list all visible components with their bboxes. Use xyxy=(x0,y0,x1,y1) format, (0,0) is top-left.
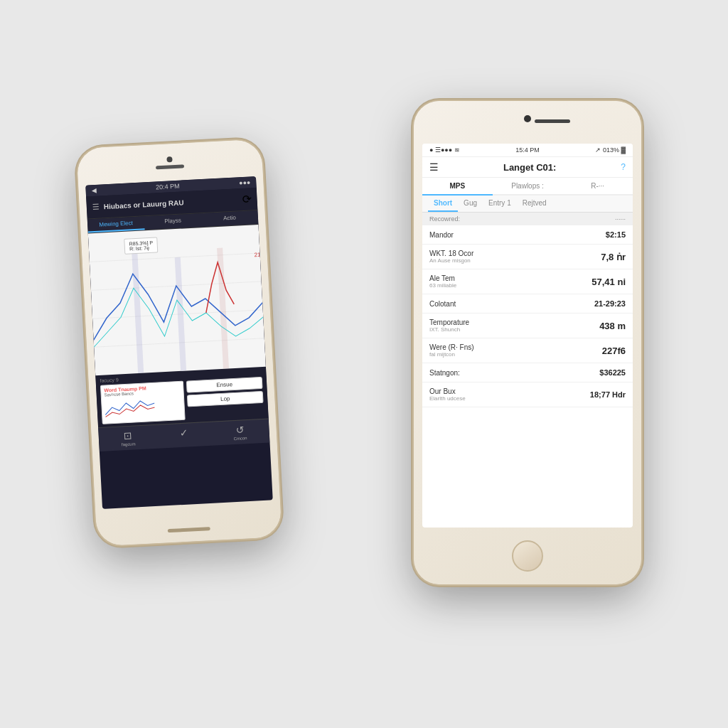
row-statngon: Statngon: $36225 xyxy=(422,363,633,382)
left-time: 20:4 PM xyxy=(156,183,180,191)
left-camera xyxy=(166,156,172,162)
right-status-right: ↗ 013% ▓ xyxy=(595,146,626,154)
left-buttons: Ensue Lop xyxy=(186,377,264,420)
row-were: Were (R· Fns) fal mijtcon 227f6 xyxy=(422,338,633,363)
left-speaker xyxy=(156,164,184,169)
right-camera xyxy=(524,115,531,122)
row-were-value: 227f6 xyxy=(602,346,626,356)
row-temperature: Temporature IXT. Shunch 438 m xyxy=(422,314,633,338)
scene: ◀ 20:4 PM ●●● ☰ Hiubacs or Lauurg RAU ⟳ … xyxy=(44,44,684,684)
row-temperature-label: Temporature xyxy=(429,318,599,326)
row-colotant-value: 21-29:23 xyxy=(594,299,626,308)
row-ourbux-label: Our Bux xyxy=(429,387,590,395)
left-refresh-icon[interactable]: ⟳ xyxy=(242,192,252,206)
chart-area: R85.3%] P R: Ist: 7ę xyxy=(88,225,266,375)
left-bottom-inner: Word Tnaump PM Sav'rcse Bancs Ensue Lop xyxy=(100,377,264,424)
tab-short[interactable]: Short xyxy=(428,196,458,212)
right-tabs-sub: Short Gug Entry 1 Rejtved xyxy=(422,196,633,213)
row-ourbux: Our Bux Elarlth udcese 18;77 Hdr xyxy=(422,382,633,407)
left-phone: ◀ 20:4 PM ●●● ☰ Hiubacs or Lauurg RAU ⟳ … xyxy=(77,139,282,547)
right-header-title: Langet C01: xyxy=(439,162,621,173)
nav-check-icon: ✓ xyxy=(180,427,189,439)
tab-plawlops[interactable]: Plawlops : xyxy=(493,178,563,194)
right-header: ☰ Langet C01: ? xyxy=(422,157,633,178)
row-wkt-sublabel: An Ause misgon xyxy=(429,257,601,264)
nav-fagcum-label: fagcum xyxy=(122,441,136,446)
row-ourbux-sublabel: Elarlth udcese xyxy=(429,395,590,402)
data-section-header: Recowred: ······ xyxy=(422,213,633,225)
row-mandor-value: $2:15 xyxy=(606,230,626,239)
svg-text:214: 214 xyxy=(254,252,264,259)
row-mandor: Mandor $2:15 xyxy=(422,225,633,245)
left-menu-icon[interactable]: ☰ xyxy=(92,203,100,213)
svg-rect-5 xyxy=(175,257,186,371)
row-temperature-sublabel: IXT. Shunch xyxy=(429,326,599,333)
left-signal: ●●● xyxy=(239,178,251,186)
right-statusbar: ● ☰●●● ≋ 15:4 PM ↗ 013% ▓ xyxy=(422,144,633,157)
nav-cmcon-icon: ↺ xyxy=(235,424,245,436)
row-ourbux-value: 18;77 Hdr xyxy=(590,390,626,399)
tab-r-dots[interactable]: R-··· xyxy=(562,178,633,194)
section-header-dots: ······ xyxy=(615,215,626,223)
row-ale-value: 57,41 ni xyxy=(592,277,626,287)
nav-fagcum[interactable]: ⊡ fagcum xyxy=(121,429,136,446)
section-header-label: Recowred: xyxy=(429,215,460,223)
data-rows: Mandor $2:15 WKT. 18 Ocor An Ause misgon… xyxy=(422,225,633,407)
nav-cmcon-label: Cmcon xyxy=(233,436,247,441)
tab-mps[interactable]: MPS xyxy=(422,178,493,196)
right-status-time: 15:4 PM xyxy=(515,146,540,154)
row-statngon-label: Statngon: xyxy=(429,369,599,377)
right-status-left: ● ☰●●● ≋ xyxy=(429,146,460,154)
nav-cmcon[interactable]: ↺ Cmcon xyxy=(233,424,247,441)
right-help-icon[interactable]: ? xyxy=(621,162,626,172)
chart-tooltip: R85.3%] P R: Ist: 7ę xyxy=(124,237,159,254)
left-screen: ◀ 20:4 PM ●●● ☰ Hiubacs or Lauurg RAU ⟳ … xyxy=(85,176,273,509)
left-header-title: Hiubacs or Lauurg RAU xyxy=(104,196,238,210)
tab-entry1[interactable]: Entry 1 xyxy=(483,196,517,212)
right-tabs-main: MPS Plawlops : R-··· xyxy=(422,178,633,196)
row-wkt: WKT. 18 Ocor An Ause misgon 7,8 ṅr xyxy=(422,245,633,269)
left-bottom: facucy 9 Word Tnaump PM Sav'rcse Bancs E… xyxy=(95,367,268,427)
row-colotant: Colotant 21-29:23 xyxy=(422,294,633,314)
row-wkt-value: 7,8 ṅr xyxy=(601,252,626,262)
right-speaker xyxy=(535,119,570,123)
left-mini-chart xyxy=(105,395,155,419)
row-colotant-label: Colotant xyxy=(429,300,594,308)
tab-rejtved[interactable]: Rejtved xyxy=(517,196,552,212)
row-mandor-label: Mandor xyxy=(429,231,606,239)
row-ale: Ale Tem 63 miliable 57,41 ni xyxy=(422,269,633,294)
right-home-button[interactable] xyxy=(512,540,543,572)
row-were-label: Were (R· Fns) xyxy=(429,343,602,351)
nav-fagcum-icon: ⊡ xyxy=(124,430,133,442)
left-home-indicator xyxy=(168,527,210,532)
row-ale-label: Ale Tem xyxy=(429,274,592,282)
row-statngon-value: $36225 xyxy=(599,368,626,377)
svg-rect-4 xyxy=(132,245,144,373)
row-wkt-label: WKT. 18 Ocor xyxy=(429,250,601,257)
ensue-button[interactable]: Ensue xyxy=(186,377,263,393)
right-screen: ● ☰●●● ≋ 15:4 PM ↗ 013% ▓ ☰ Langet C01: … xyxy=(422,144,633,528)
chart-svg: 214 xyxy=(88,225,266,375)
right-menu-icon[interactable]: ☰ xyxy=(429,161,439,173)
lop-button[interactable]: Lop xyxy=(187,391,264,407)
chart-tooltip-line2: R: Ist: 7ę xyxy=(129,245,154,252)
tab-gug[interactable]: Gug xyxy=(458,196,483,212)
right-phone: ● ☰●●● ≋ 15:4 PM ↗ 013% ▓ ☰ Langet C01: … xyxy=(414,101,641,584)
row-were-sublabel: fal mijtcon xyxy=(429,351,602,358)
left-info-panel: Word Tnaump PM Sav'rcse Bancs xyxy=(100,381,186,424)
left-back-icon[interactable]: ◀ xyxy=(91,187,97,194)
row-temperature-value: 438 m xyxy=(599,321,626,331)
nav-check[interactable]: ✓ xyxy=(180,427,189,444)
row-ale-sublabel: 63 miliable xyxy=(429,282,592,289)
